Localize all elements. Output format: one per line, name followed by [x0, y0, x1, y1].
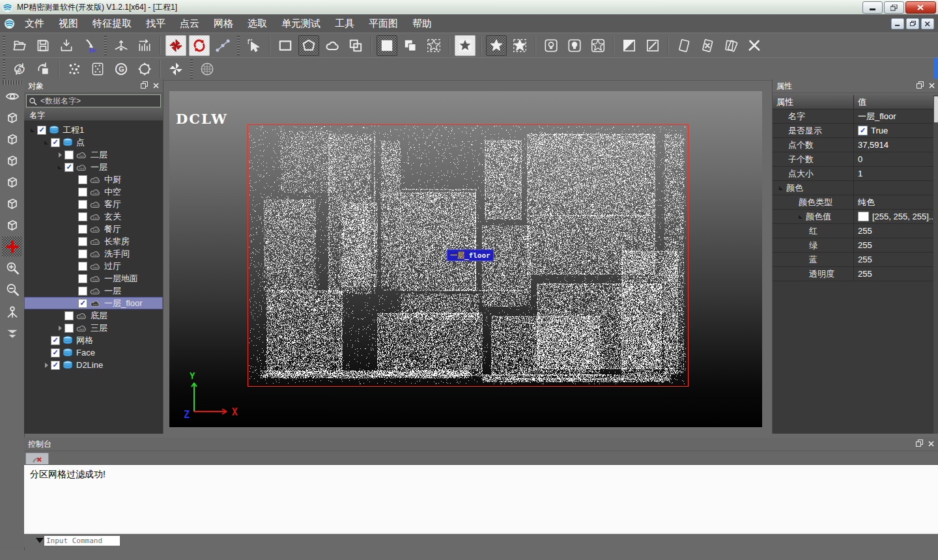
scatter-icon[interactable]: [64, 59, 85, 79]
menu-item-1[interactable]: 文件: [18, 15, 51, 33]
close-panel-icon[interactable]: [153, 81, 159, 91]
toolbar-grip[interactable]: [3, 36, 5, 55]
cube-icon[interactable]: [2, 129, 22, 149]
visibility-checkbox[interactable]: [78, 175, 87, 184]
visibility-checkbox[interactable]: [78, 262, 87, 271]
stardashed-icon[interactable]: [423, 35, 444, 56]
cube-icon[interactable]: [2, 107, 22, 128]
visibility-checkbox[interactable]: [78, 274, 87, 283]
lassoselect-icon[interactable]: [322, 35, 343, 56]
color-swatch[interactable]: [858, 212, 869, 221]
tree-item-工程1[interactable]: ✓工程1: [24, 124, 163, 136]
tree-item-一层[interactable]: 一层: [24, 285, 163, 297]
mdi-close-button[interactable]: [921, 18, 934, 29]
staroutlinebox-icon[interactable]: [588, 35, 608, 56]
toolbar-grip[interactable]: [190, 59, 193, 79]
visibility-checkbox[interactable]: [78, 225, 87, 234]
expand-icon[interactable]: [42, 361, 51, 370]
globe-icon[interactable]: [197, 59, 218, 79]
eye-icon[interactable]: [2, 86, 22, 106]
expand-icon[interactable]: [55, 150, 64, 160]
menu-item-9[interactable]: 工具: [328, 15, 362, 33]
cuttool-icon[interactable]: [744, 35, 765, 56]
visibility-checkbox[interactable]: ✓: [51, 138, 60, 147]
expand-icon[interactable]: [55, 324, 64, 333]
mdi-restore-button[interactable]: [906, 18, 919, 29]
toolbar-grip[interactable]: [3, 80, 21, 85]
transbox-icon[interactable]: [33, 59, 53, 79]
cube-icon[interactable]: [2, 215, 22, 235]
polygonselect-icon[interactable]: [298, 35, 319, 56]
collapse-icon[interactable]: [779, 186, 783, 190]
property-row-颜色[interactable]: 颜色: [773, 181, 938, 195]
cube-icon[interactable]: [2, 172, 22, 192]
properties-column-header-2[interactable]: 值: [854, 95, 938, 109]
property-row-子个数[interactable]: 子个数0: [773, 152, 938, 167]
subtractselect-icon[interactable]: [400, 35, 421, 56]
minimize-button[interactable]: [862, 1, 883, 14]
collapse-icon[interactable]: [42, 138, 51, 147]
visibility-checkbox[interactable]: ✓: [37, 126, 46, 135]
menu-item-5[interactable]: 点云: [173, 15, 206, 33]
property-row-透明度[interactable]: 透明度255: [773, 267, 938, 281]
tree-item-洗手间[interactable]: 洗手间: [24, 247, 163, 260]
ruler-icon[interactable]: [134, 35, 155, 56]
collapse-icon[interactable]: [55, 163, 64, 172]
tree-item-玄关[interactable]: 玄关: [24, 210, 163, 223]
contrast-icon[interactable]: [619, 35, 640, 56]
properties-scrollbar[interactable]: [933, 95, 938, 434]
visibility-checkbox[interactable]: [78, 200, 87, 209]
property-row-红[interactable]: 红255: [773, 224, 938, 238]
transa-icon[interactable]: A: [9, 59, 30, 79]
visibility-checkbox[interactable]: [78, 287, 87, 296]
tree-item-客厅[interactable]: 客厅: [24, 198, 163, 210]
close-panel-icon[interactable]: [929, 81, 935, 91]
menu-item-11[interactable]: 帮助: [405, 15, 439, 33]
collapse-icon[interactable]: [799, 215, 803, 219]
command-dropdown-icon[interactable]: [36, 538, 44, 543]
visibility-checkbox[interactable]: [64, 311, 74, 320]
visibility-checkbox[interactable]: ✓: [78, 299, 87, 308]
menu-item-4[interactable]: 找平: [139, 15, 173, 33]
bulboff-icon[interactable]: [541, 35, 561, 56]
collapse-icon[interactable]: [28, 126, 37, 135]
visibility-checkbox[interactable]: [78, 249, 87, 259]
planecopy-icon[interactable]: [720, 35, 741, 56]
cube-icon[interactable]: [2, 150, 22, 171]
save-icon[interactable]: [33, 35, 53, 56]
visibility-checkbox[interactable]: [78, 188, 87, 197]
menu-item-7[interactable]: 选取: [240, 15, 274, 33]
property-row-颜色类型[interactable]: 颜色类型纯色: [773, 195, 938, 210]
visibility-checkbox[interactable]: ✓: [51, 336, 60, 345]
copyselect-icon[interactable]: [345, 35, 366, 56]
maximize-button[interactable]: [884, 1, 904, 14]
gcircle-icon[interactable]: G: [111, 59, 132, 79]
tree-item-Face[interactable]: ✓Face: [24, 346, 163, 359]
visibility-checkbox[interactable]: ✓: [51, 361, 60, 370]
float-panel-icon[interactable]: [917, 81, 924, 91]
tree-item-一层地面[interactable]: 一层地面: [24, 272, 163, 285]
visibility-checkbox[interactable]: [64, 324, 74, 333]
console-output[interactable]: 分区网格过滤成功!: [24, 464, 938, 533]
tree-item-二层[interactable]: 二层: [24, 148, 163, 161]
import-icon[interactable]: [56, 35, 77, 56]
visibility-checkbox[interactable]: ✓: [64, 163, 74, 172]
polyline-icon[interactable]: [212, 35, 233, 56]
scatterbox-icon[interactable]: [87, 59, 108, 79]
starkeep-icon[interactable]: [486, 35, 507, 56]
command-input[interactable]: [44, 536, 120, 546]
visibility-checkbox[interactable]: [64, 150, 74, 160]
selectarrow-icon[interactable]: [244, 35, 264, 56]
float-panel-icon[interactable]: [141, 81, 148, 91]
tree-item-点[interactable]: ✓点: [24, 136, 163, 148]
boolean-checkbox[interactable]: ✓: [858, 126, 868, 135]
plane-icon[interactable]: [674, 35, 694, 56]
tree-item-餐厅[interactable]: 餐厅: [24, 223, 163, 235]
redplus-icon[interactable]: [2, 236, 22, 257]
pickaxis-icon[interactable]: [2, 301, 22, 321]
planedelete-icon[interactable]: [697, 35, 718, 56]
close-button[interactable]: [905, 1, 936, 14]
refreshred-icon[interactable]: [189, 35, 210, 56]
property-row-颜色值[interactable]: 颜色值[255, 255, 255]...: [773, 210, 938, 224]
rectselect-icon[interactable]: [275, 35, 296, 56]
